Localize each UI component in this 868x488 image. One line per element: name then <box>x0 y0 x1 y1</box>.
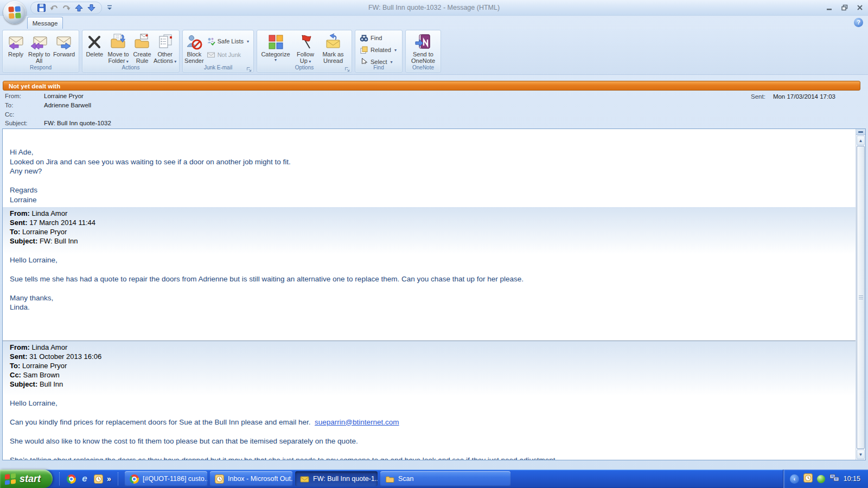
block-sender-button[interactable]: Block Sender <box>184 32 204 65</box>
delete-x-icon <box>86 33 103 50</box>
close-button[interactable] <box>856 4 864 11</box>
internet-explorer-icon[interactable]: e <box>80 474 90 484</box>
scroll-up-icon[interactable]: ▲ <box>857 136 865 145</box>
related-button[interactable]: Related <box>357 44 399 55</box>
find-button[interactable]: Find <box>357 33 385 43</box>
infobar-not-dealt-with: Not yet dealt with <box>3 81 860 91</box>
task-button-label: Scan <box>398 475 414 483</box>
not-junk-button[interactable]: Not Junk <box>204 49 252 60</box>
customize-quick-access-icon[interactable] <box>105 3 114 13</box>
chrome-icon <box>130 474 139 484</box>
quick-access-toolbar <box>30 2 114 14</box>
scroll-down-icon[interactable]: ▼ <box>857 450 865 459</box>
restore-button[interactable] <box>841 4 848 11</box>
related-sheets-icon <box>360 46 368 54</box>
outlook-tray-icon[interactable] <box>803 473 813 485</box>
ribbon-button-label: Safe Lists <box>218 38 244 44</box>
move-to-folder-button[interactable]: Move to Folder <box>105 32 132 65</box>
envelope-unread-icon <box>324 33 342 50</box>
message-body[interactable]: Hi Ade, Looked on Jira and can see you w… <box>3 129 856 460</box>
sent-value: Mon 17/03/2014 17:03 <box>773 93 835 100</box>
q2-paragraph: Can you kindly find prices for replaceme… <box>10 418 311 426</box>
taskbar: start e » [#QUOT-1186] custo... Inbox - … <box>0 470 868 488</box>
titlebar: FW: Bull Inn quote-1032 - Message (HTML) <box>0 0 868 16</box>
task-button-label: Inbox - Microsoft Out... <box>228 475 292 483</box>
dialog-launcher-icon[interactable] <box>246 65 252 71</box>
dialog-launcher-icon[interactable] <box>344 65 350 71</box>
ribbon-group-label: Junk E-mail <box>183 64 253 72</box>
ribbon-button-label: Create Rule <box>132 51 153 64</box>
ribbon-group-find: Find Related Select Find <box>355 30 403 73</box>
forward-button[interactable]: Forward <box>51 32 77 65</box>
q1-from-value: Linda Amor <box>31 209 67 217</box>
body-line: Looked on Jira and can see you was waiti… <box>3 157 856 167</box>
undo-icon[interactable] <box>49 3 59 13</box>
reply-button[interactable]: Reply <box>4 32 27 65</box>
tab-message[interactable]: Message <box>27 17 63 29</box>
mark-as-unread-button[interactable]: Mark as Unread <box>318 32 348 65</box>
task-button-fw-bull-inn[interactable]: FW: Bull Inn quote-1... <box>295 471 378 486</box>
scrollbar-thumb[interactable] <box>857 146 865 449</box>
subject-label: Subject: <box>5 120 28 126</box>
network-icon[interactable] <box>829 473 839 484</box>
task-button-scan[interactable]: Scan <box>380 471 510 486</box>
ribbon-button-label: Move to Folder <box>105 51 132 65</box>
office-logo-icon <box>8 6 21 18</box>
follow-up-button[interactable]: Follow Up <box>292 32 318 65</box>
save-icon[interactable] <box>36 3 46 13</box>
safe-lists-icon <box>207 37 215 46</box>
previous-item-icon[interactable] <box>74 3 84 13</box>
redo-icon[interactable] <box>61 3 71 13</box>
start-button[interactable]: start <box>0 470 53 488</box>
ribbon-button-label: Reply <box>8 51 23 57</box>
categorize-squares-icon <box>267 33 284 50</box>
mail-open-icon <box>300 474 309 484</box>
folder-rule-icon <box>133 33 151 50</box>
q2-from-value: Linda Amor <box>31 343 67 351</box>
q2-greeting: Hello Lorraine, <box>3 399 856 408</box>
send-to-onenote-button[interactable]: Send to OneNote <box>408 32 438 65</box>
window-title: FW: Bull Inn quote-1032 - Message (HTML) <box>108 0 760 15</box>
body-signoff: Regards <box>3 185 856 195</box>
subject-value: FW: Bull Inn quote-1032 <box>44 120 111 126</box>
email-link[interactable]: sueparrin@btinternet.com <box>315 418 399 426</box>
q1-from-label: From: <box>10 209 30 217</box>
onenote-icon <box>414 33 432 50</box>
hide-tray-icons-chevron[interactable]: ‹ <box>790 474 799 484</box>
minimize-button[interactable] <box>826 4 833 11</box>
vertical-scrollbar[interactable]: ▲ ▼ <box>856 129 865 460</box>
status-orb-icon[interactable] <box>817 475 825 483</box>
ribbon-group-options: Categorize Follow Up Mark as Unread Opti… <box>257 30 352 73</box>
q1-subject-label: Subject: <box>10 237 37 245</box>
to-label: To: <box>5 102 13 108</box>
folder-move-icon <box>110 33 127 50</box>
q1-greeting: Hello Lorraine, <box>3 255 856 265</box>
reply-to-all-button[interactable]: Reply to All <box>27 32 51 65</box>
task-button-inbox-outlook[interactable]: Inbox - Microsoft Out... <box>210 471 292 486</box>
ribbon-group-label: OneNote <box>406 64 440 72</box>
split-handle[interactable] <box>856 129 865 135</box>
quick-launch-overflow-chevron[interactable]: » <box>107 474 111 483</box>
ribbon-button-label: Send to OneNote <box>408 51 438 64</box>
ribbon-group-actions: Delete Move to Folder Create Rule Other … <box>82 30 180 73</box>
chrome-icon[interactable] <box>66 474 76 484</box>
task-button-quot-1186[interactable]: [#QUOT-1186] custo... <box>125 471 207 486</box>
office-button[interactable] <box>3 1 26 24</box>
delete-button[interactable]: Delete <box>84 32 105 65</box>
ribbon-group-respond: Reply Reply to All Forward Respond <box>2 30 79 73</box>
safe-lists-button[interactable]: Safe Lists <box>204 36 252 47</box>
categorize-button[interactable]: Categorize <box>259 32 292 65</box>
mail-header-panel: From: Lorraine Pryor Sent: Mon 17/03/201… <box>0 92 868 128</box>
task-button-label: FW: Bull Inn quote-1... <box>313 475 378 483</box>
task-buttons: [#QUOT-1186] custo... Inbox - Microsoft … <box>125 471 510 486</box>
q1-sent-label: Sent: <box>10 219 28 227</box>
ribbon-group-onenote: Send to OneNote OneNote <box>405 30 441 73</box>
next-item-icon[interactable] <box>86 3 96 13</box>
other-actions-button[interactable]: Other Actions <box>152 32 177 65</box>
help-icon[interactable] <box>854 18 863 27</box>
q2-sent-label: Sent: <box>10 352 28 361</box>
create-rule-button[interactable]: Create Rule <box>132 32 153 65</box>
ribbon-button-label: Other Actions <box>152 51 177 65</box>
q1-to-value: Lorraine Pryor <box>22 228 67 236</box>
outlook-icon[interactable] <box>93 474 103 484</box>
